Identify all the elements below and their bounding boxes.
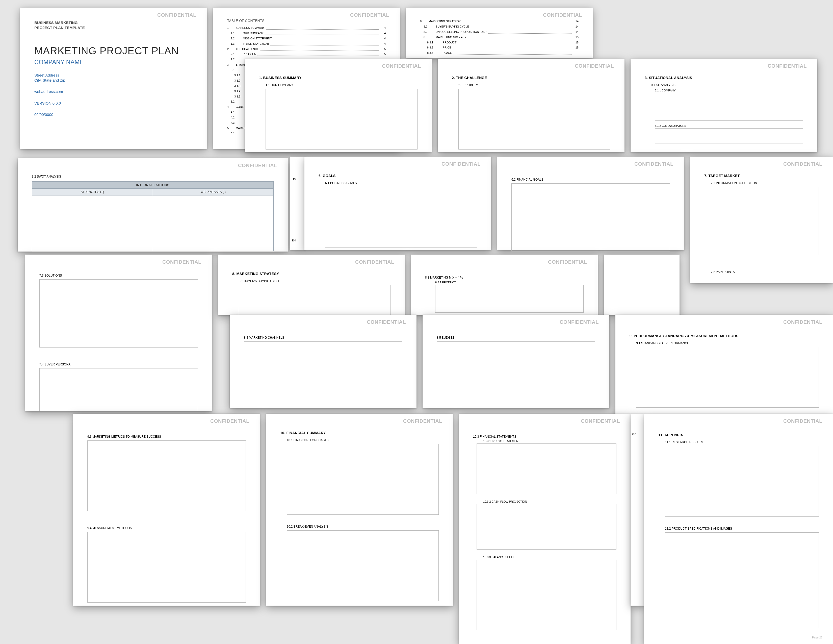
page-goals: CONFIDENTIAL 6. GOALS 6.1 BUSINESS GOALS bbox=[304, 156, 491, 250]
watermark: CONFIDENTIAL bbox=[783, 418, 822, 424]
version: VERSION 0.0.0 bbox=[34, 101, 193, 106]
input-box-company[interactable] bbox=[655, 93, 803, 121]
section-3-title: 3. SITUATIONAL ANALYSIS bbox=[645, 76, 803, 80]
address-line1: Street Address bbox=[34, 73, 193, 78]
input-box-buyer-persona[interactable] bbox=[39, 368, 198, 411]
input-box-budget[interactable] bbox=[437, 341, 595, 407]
toc-row: 8.MARKETING STRATEGY14 bbox=[420, 19, 579, 24]
toc-heading: TABLE OF CONTENTS bbox=[227, 19, 386, 23]
page-metrics: CONFIDENTIAL 9.3 MARKETING METRICS TO ME… bbox=[73, 414, 260, 605]
section-8-3: 8.3 MARKETING MIX – 4Ps bbox=[425, 276, 584, 279]
watermark: CONFIDENTIAL bbox=[157, 12, 196, 18]
section-10-3-3: 10.3.3 BALANCE SHEET bbox=[483, 555, 616, 559]
ent-frag: EN bbox=[292, 239, 304, 242]
toc-row: 8.3MARKETING MIX – 4Ps15 bbox=[420, 35, 579, 40]
section-9-title: 9. PERFORMANCE STANDARDS & MEASUREMENT M… bbox=[630, 334, 819, 338]
input-box-standards[interactable] bbox=[636, 347, 819, 407]
watermark: CONFIDENTIAL bbox=[382, 63, 421, 69]
input-box-problem[interactable] bbox=[458, 89, 610, 150]
swot-cells[interactable] bbox=[32, 195, 273, 251]
input-box-our-company[interactable] bbox=[265, 89, 418, 150]
watermark: CONFIDENTIAL bbox=[162, 259, 201, 265]
section-7-2: 7.2 PAIN POINTS bbox=[711, 270, 819, 274]
page-toc-2: CONFIDENTIAL 8.MARKETING STRATEGY148.1BU… bbox=[406, 8, 593, 58]
input-box-breakeven[interactable] bbox=[287, 530, 439, 601]
web-address: webaddress.com bbox=[34, 89, 193, 94]
section-8-title: 8. MARKETING STRATEGY bbox=[232, 272, 391, 276]
watermark: CONFIDENTIAL bbox=[543, 12, 582, 18]
page-financial-summary: CONFIDENTIAL 10. FINANCIAL SUMMARY 10.1 … bbox=[266, 414, 453, 605]
input-box-measurement[interactable] bbox=[87, 532, 246, 602]
section-8-5: 8.5 BUDGET bbox=[437, 336, 595, 340]
input-box-info-collection[interactable] bbox=[711, 187, 819, 255]
toc-row: 8.1BUYER'S BUYING CYCLE14 bbox=[420, 24, 579, 29]
section-9-2-frag: 9.2 bbox=[632, 432, 643, 435]
page-financial-goals: CONFIDENTIAL 6.2 FINANCIAL GOALS bbox=[497, 156, 684, 250]
watermark: CONFIDENTIAL bbox=[355, 259, 394, 265]
page-challenge: CONFIDENTIAL 2. THE CHALLENGE 2.1 PROBLE… bbox=[438, 59, 624, 152]
input-box-business-goals[interactable] bbox=[325, 187, 477, 248]
toc-row: 8.3.2PRICE15 bbox=[420, 45, 579, 50]
input-box-channels[interactable] bbox=[244, 341, 402, 407]
input-box-metrics[interactable] bbox=[87, 440, 246, 511]
section-10-3-2: 10.3.2 CASH-FLOW PROJECTION bbox=[483, 500, 616, 503]
page-number: Page 22 bbox=[812, 636, 822, 639]
section-9-3: 9.3 MARKETING METRICS TO MEASURE SUCCESS bbox=[87, 435, 246, 438]
toc-row: 1.3VISION STATEMENT4 bbox=[227, 41, 386, 47]
company-name: COMPANY NAME bbox=[34, 59, 193, 66]
section-8-4: 8.4 MARKETING CHANNELS bbox=[244, 336, 402, 340]
watermark: CONFIDENTIAL bbox=[350, 12, 389, 18]
watermark: CONFIDENTIAL bbox=[560, 319, 599, 325]
section-6-1: 6.1 BUSINESS GOALS bbox=[325, 181, 477, 185]
section-11-1: 11.1 RESEARCH RESULTS bbox=[665, 440, 819, 444]
section-10-2: 10.2 BREAK-EVEN ANALYSIS bbox=[287, 525, 439, 528]
section-8-3-1: 8.3.1 PRODUCT bbox=[435, 281, 584, 284]
section-7-4: 7.4 BUYER PERSONA bbox=[39, 363, 198, 366]
page-empty-a bbox=[604, 254, 680, 315]
page-swot: CONFIDENTIAL 3.2 SWOT ANALYSIS INTERNAL … bbox=[18, 158, 288, 251]
toc-row: 8.3.1PRODUCT15 bbox=[420, 40, 579, 45]
watermark: CONFIDENTIAL bbox=[783, 319, 822, 325]
swot-strengths: STRENGTHS (+) bbox=[32, 188, 153, 195]
input-box-collaborators[interactable] bbox=[655, 128, 803, 143]
toc-row: 1.1OUR COMPANY4 bbox=[227, 31, 386, 36]
section-10-title: 10. FINANCIAL SUMMARY bbox=[280, 431, 439, 435]
toc-row: 8.3.3PLACE bbox=[420, 50, 579, 56]
input-box-product[interactable] bbox=[435, 285, 584, 313]
template-line1: BUSINESS MARKETING bbox=[34, 20, 193, 25]
section-10-1: 10.1 FINANCIAL FORECASTS bbox=[287, 438, 439, 442]
input-box-product-spec[interactable] bbox=[665, 532, 819, 628]
section-6-2: 6.2 FINANCIAL GOALS bbox=[511, 178, 670, 181]
input-box-balance[interactable] bbox=[477, 560, 616, 630]
section-10-3: 10.3 FINANCIAL STATEMENTS bbox=[473, 435, 616, 438]
input-box-cashflow[interactable] bbox=[477, 504, 616, 549]
page-appendix: CONFIDENTIAL 11. APPENDIX 11.1 RESEARCH … bbox=[644, 414, 833, 644]
input-box-forecasts[interactable] bbox=[287, 444, 439, 515]
input-box-income[interactable] bbox=[477, 443, 616, 494]
watermark: CONFIDENTIAL bbox=[238, 163, 277, 169]
section-3-1-2: 3.1.2 COLLABORATORS bbox=[655, 124, 803, 127]
section-11-title: 11. APPENDIX bbox=[658, 433, 819, 437]
watermark: CONFIDENTIAL bbox=[783, 161, 822, 167]
page-performance: CONFIDENTIAL 9. PERFORMANCE STANDARDS & … bbox=[616, 315, 833, 426]
section-3-2: 3.2 SWOT ANALYSIS bbox=[32, 175, 273, 178]
page-marketing-mix: CONFIDENTIAL 8.3 MARKETING MIX – 4Ps 8.3… bbox=[411, 254, 598, 315]
toc-row: 8.2UNIQUE SELLING PROPOSITION (USP)14 bbox=[420, 29, 579, 35]
section-1-title: 1. BUSINESS SUMMARY bbox=[259, 76, 418, 80]
section-3-1-1: 3.1.1 COMPANY bbox=[655, 89, 803, 92]
section-8-1: 8.1 BUYER'S BUYING CYCLE bbox=[239, 279, 391, 283]
section-2-1: 2.1 PROBLEM bbox=[458, 83, 610, 87]
section-6-title: 6. GOALS bbox=[318, 174, 477, 178]
section-7-3: 7.3 SOLUTIONS bbox=[39, 274, 198, 277]
watermark: CONFIDENTIAL bbox=[403, 418, 442, 424]
toc-row: 2.THE CHALLENGE5 bbox=[227, 47, 386, 52]
input-box-solutions[interactable] bbox=[39, 279, 198, 348]
section-7-1: 7.1 INFORMATION COLLECTION bbox=[711, 181, 819, 185]
input-box-buying-cycle[interactable] bbox=[239, 285, 391, 315]
input-box-financial-goals[interactable] bbox=[511, 184, 670, 251]
watermark: CONFIDENTIAL bbox=[634, 161, 674, 167]
input-box-research[interactable] bbox=[665, 446, 819, 517]
section-7-title: 7. TARGET MARKET bbox=[704, 174, 819, 178]
page-budget: CONFIDENTIAL 8.5 BUDGET bbox=[423, 315, 609, 408]
section-2-title: 2. THE CHALLENGE bbox=[452, 76, 610, 80]
